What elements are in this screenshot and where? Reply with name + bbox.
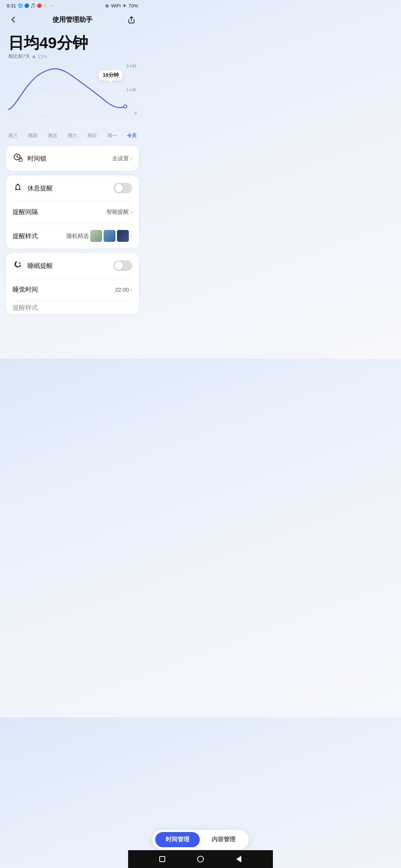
y-label-top: 2小时 [126, 63, 137, 69]
sleep-icon [13, 260, 23, 272]
sleep-reminder-label: 睡眠提醒 [27, 262, 53, 270]
y-label-mid: 1小时 [126, 87, 137, 93]
wifi-icon: WiFi [111, 3, 121, 9]
time-lock-row[interactable]: 时间锁 去设置 › [6, 146, 139, 171]
time-lock-chevron-icon: › [130, 155, 132, 161]
style-thumbnails [90, 230, 129, 242]
rest-reminder-toggle[interactable] [114, 183, 132, 193]
nav-bar: 使用管理助手 [0, 10, 145, 31]
sleep-reminder-toggle[interactable] [114, 260, 132, 271]
rest-reminder-card: 休息提醒 提醒间隔 智能提醒 › 提醒样式 随机精选 [6, 175, 139, 249]
x-label-mon: 周一 [107, 132, 117, 139]
y-label-bottom: 0 [126, 111, 137, 115]
page-title: 使用管理助手 [52, 15, 92, 24]
sleep-time-text: 22:00 [115, 286, 129, 293]
daily-average-display: 日均49分钟 [8, 34, 137, 52]
time-lock-card: 时间锁 去设置 › [6, 146, 139, 171]
sleep-time-label: 睡觉时间 [13, 285, 38, 294]
back-button[interactable] [7, 13, 20, 26]
sleep-reminder-style-label: 提醒样式 [13, 303, 38, 312]
sleep-reminder-card: 睡眠提醒 睡觉时间 22:00 › 提醒样式 [6, 253, 139, 314]
app-icons: 🌐 🔵 🎵 🔴 ⛅ ··· [18, 3, 53, 8]
trend-arrow-icon [32, 55, 36, 58]
daily-avg-suffix: 分钟 [57, 34, 88, 52]
battery-display: 70% [128, 3, 138, 9]
daily-avg-number: 49 [39, 34, 57, 52]
compare-row: 相比前7天 11% [8, 53, 137, 60]
svg-rect-6 [19, 159, 22, 161]
reminder-interval-value[interactable]: 智能提醒 › [107, 208, 132, 216]
rest-reminder-label: 休息提醒 [27, 184, 53, 193]
x-label-sat: 周六 [68, 132, 77, 139]
chart-x-labels: 周三 周四 周五 周六 周日 周一 今天 [0, 130, 145, 139]
sleep-time-chevron-icon: › [130, 287, 132, 293]
x-label-today: 今天 [127, 132, 137, 139]
reminder-interval-text: 智能提醒 [107, 208, 129, 216]
reminder-interval-chevron-icon: › [130, 209, 132, 215]
signal-icon: ⊕ [105, 3, 109, 9]
chart-tooltip: 16分钟 [99, 70, 123, 80]
status-bar: 8:31 🌐 🔵 🎵 🔴 ⛅ ··· ⊕ WiFi ✈ 70% [0, 0, 145, 10]
status-indicators: ⊕ WiFi ✈ 70% [105, 3, 138, 9]
sleep-reminder-toggle-knob [115, 262, 123, 270]
reminder-interval-row[interactable]: 提醒间隔 智能提醒 › [6, 201, 139, 223]
reminder-style-text: 随机精选 [66, 233, 89, 240]
time-lock-left: 时间锁 [13, 152, 46, 164]
style-thumb-3 [117, 230, 129, 242]
tooltip-value: 16分钟 [102, 72, 119, 78]
usage-chart: 2小时 1小时 0 16分钟 [0, 60, 145, 130]
reminder-style-value[interactable]: 随机精选 › [66, 230, 132, 242]
reminder-style-chevron-icon: › [130, 233, 132, 239]
airplane-icon: ✈ [123, 3, 127, 9]
rest-reminder-toggle-knob [115, 184, 123, 192]
time-display: 8:31 [7, 3, 16, 9]
time-lock-icon [13, 152, 23, 164]
rest-reminder-row: 休息提醒 [6, 175, 139, 201]
sleep-reminder-style-row: 提醒样式 [6, 301, 139, 314]
sleep-reminder-left: 睡眠提醒 [13, 260, 53, 272]
sleep-time-value[interactable]: 22:00 › [115, 286, 132, 293]
rest-reminder-icon [13, 182, 23, 194]
sleep-reminder-row: 睡眠提醒 [6, 253, 139, 278]
compare-percentage: 11% [38, 54, 47, 59]
daily-avg-prefix: 日均 [8, 34, 39, 52]
time-lock-label: 时间锁 [27, 154, 46, 163]
reminder-style-label: 提醒样式 [13, 232, 38, 240]
time-lock-action-label: 去设置 [112, 155, 129, 162]
compare-label: 相比前7天 [8, 53, 30, 60]
reminder-interval-label: 提醒间隔 [13, 208, 38, 216]
rest-reminder-left: 休息提醒 [13, 182, 53, 194]
x-label-fri: 周五 [48, 132, 58, 139]
x-label-sun: 周日 [87, 132, 97, 139]
chart-y-labels: 2小时 1小时 0 [126, 63, 137, 115]
x-label-thu: 周四 [28, 132, 38, 139]
header-stats: 日均49分钟 相比前7天 11% [0, 31, 145, 60]
settings-cards: 时间锁 去设置 › 休息提醒 [0, 139, 145, 314]
share-button[interactable] [125, 13, 138, 26]
x-label-wed: 周三 [8, 132, 18, 139]
sleep-time-row[interactable]: 睡觉时间 22:00 › [6, 279, 139, 300]
style-thumb-2 [104, 230, 115, 242]
status-time: 8:31 🌐 🔵 🎵 🔴 ⛅ ··· [7, 3, 53, 9]
reminder-style-row[interactable]: 提醒样式 随机精选 › [6, 223, 139, 249]
time-lock-action[interactable]: 去设置 › [112, 155, 132, 162]
style-thumb-1 [90, 230, 102, 242]
